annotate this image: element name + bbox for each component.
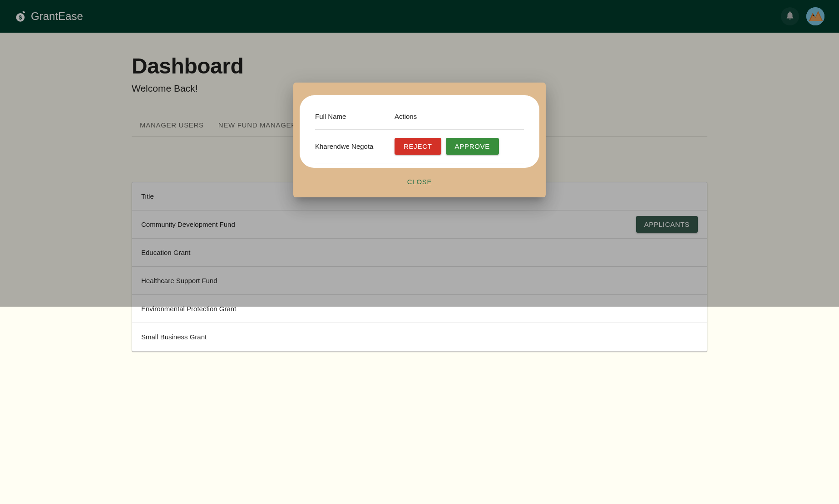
modal-col-actions: Actions <box>395 113 524 120</box>
close-button[interactable]: CLOSE <box>402 175 437 188</box>
table-row: Small Business Grant <box>132 323 707 351</box>
modal-col-fullname: Full Name <box>315 113 395 120</box>
reject-button[interactable]: REJECT <box>395 138 441 155</box>
modal-card: Full Name Actions Kharendwe Negota REJEC… <box>300 95 539 168</box>
applicants-modal: Full Name Actions Kharendwe Negota REJEC… <box>293 83 546 197</box>
modal-header-row: Full Name Actions <box>315 106 524 130</box>
approve-button[interactable]: APPROVE <box>446 138 499 155</box>
row-title: Small Business Grant <box>141 333 625 341</box>
modal-row-actions: REJECT APPROVE <box>395 138 524 155</box>
modal-row-fullname: Kharendwe Negota <box>315 142 395 150</box>
modal-row: Kharendwe Negota REJECT APPROVE <box>315 130 524 163</box>
modal-footer: CLOSE <box>300 168 539 190</box>
